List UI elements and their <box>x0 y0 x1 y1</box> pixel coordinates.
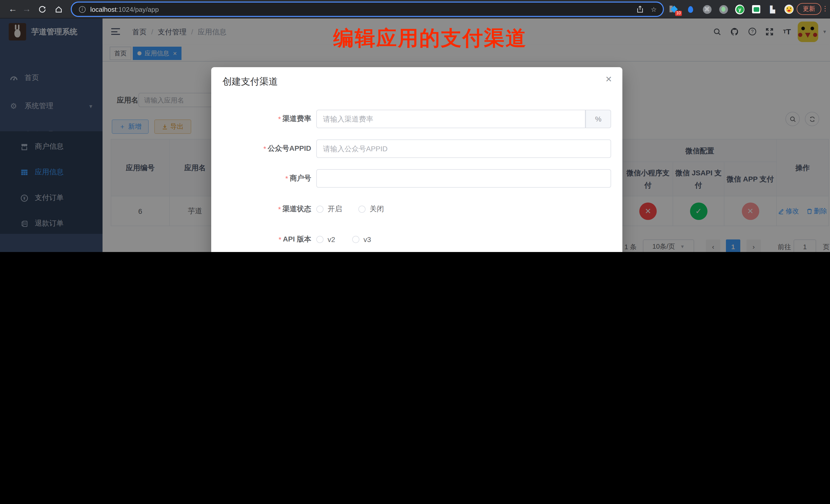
site-info-icon[interactable]: i <box>79 6 86 12</box>
rate-label: 渠道费率 <box>283 114 311 124</box>
bookmark-star-icon[interactable]: ☆ <box>651 5 657 13</box>
api-v3-radio[interactable]: v3 <box>352 230 371 249</box>
radio-circle-icon <box>316 236 323 243</box>
appid-input[interactable] <box>316 139 611 158</box>
extension-chat-icon[interactable] <box>752 5 761 14</box>
status-field-row: *渠道状态 开启 关闭 <box>211 200 622 218</box>
browser-forward-icon[interactable]: → <box>21 3 33 15</box>
api-label: API 版本 <box>283 235 311 244</box>
browser-home-icon[interactable] <box>52 3 65 15</box>
create-channel-dialog: 创建支付渠道 ✕ *渠道费率 % *公众号APPID *商户号 *渠道状态 开启… <box>211 67 622 252</box>
extension-tag-icon[interactable]: 10 <box>670 5 679 14</box>
share-icon[interactable] <box>637 6 644 13</box>
browser-reload-icon[interactable] <box>36 3 48 15</box>
radio-circle-icon <box>352 236 359 243</box>
required-asterisk: * <box>278 205 281 213</box>
required-asterisk: * <box>278 115 281 123</box>
required-asterisk: * <box>285 174 288 183</box>
rate-input[interactable] <box>316 110 585 128</box>
api-field-row: *API 版本 v2 v3 <box>211 230 622 249</box>
rate-unit-append: % <box>585 110 611 128</box>
extension-y-icon[interactable]: y <box>735 5 744 14</box>
extensions-puzzle-icon[interactable]: ▙ <box>768 5 777 14</box>
extension-command-icon[interactable]: ⌘ <box>702 5 711 14</box>
url-text: localhost:1024/pay/app <box>90 5 159 13</box>
radio-circle-icon <box>358 206 365 213</box>
radio-circle-icon <box>316 206 323 213</box>
mch-label: 商户号 <box>290 174 311 183</box>
browser-update-button[interactable]: 更新 <box>797 3 821 15</box>
annotation-text: 编辑应用的支付渠道 <box>333 24 527 52</box>
browser-toolbar: ← → i localhost:1024/pay/app ☆ 10 ⌘ y ▙ <box>0 0 830 19</box>
dialog-title: 创建支付渠道 <box>223 75 278 88</box>
extension-dot-icon[interactable] <box>719 5 728 14</box>
mch-field-row: *商户号 <box>211 169 622 188</box>
appid-label: 公众号APPID <box>267 144 311 153</box>
mch-input[interactable] <box>316 169 611 188</box>
profile-avatar-icon[interactable] <box>785 5 794 14</box>
appid-field-row: *公众号APPID <box>211 139 622 158</box>
extension-balloon-icon[interactable] <box>686 5 695 14</box>
extension-badge: 10 <box>675 11 682 16</box>
required-asterisk: * <box>279 235 282 244</box>
status-label: 渠道状态 <box>283 204 311 214</box>
browser-menu-icon[interactable]: ⋮ <box>822 5 828 12</box>
dialog-close-icon[interactable]: ✕ <box>605 74 612 84</box>
rate-field-row: *渠道费率 % <box>211 110 622 128</box>
address-bar[interactable]: i localhost:1024/pay/app ☆ <box>71 2 664 17</box>
screen: ← → i localhost:1024/pay/app ☆ 10 ⌘ y ▙ <box>0 0 830 252</box>
browser-back-icon[interactable]: ← <box>7 3 19 15</box>
status-off-radio[interactable]: 关闭 <box>358 200 384 218</box>
required-asterisk: * <box>263 145 266 153</box>
status-on-radio[interactable]: 开启 <box>316 200 342 218</box>
api-v2-radio[interactable]: v2 <box>316 230 335 249</box>
